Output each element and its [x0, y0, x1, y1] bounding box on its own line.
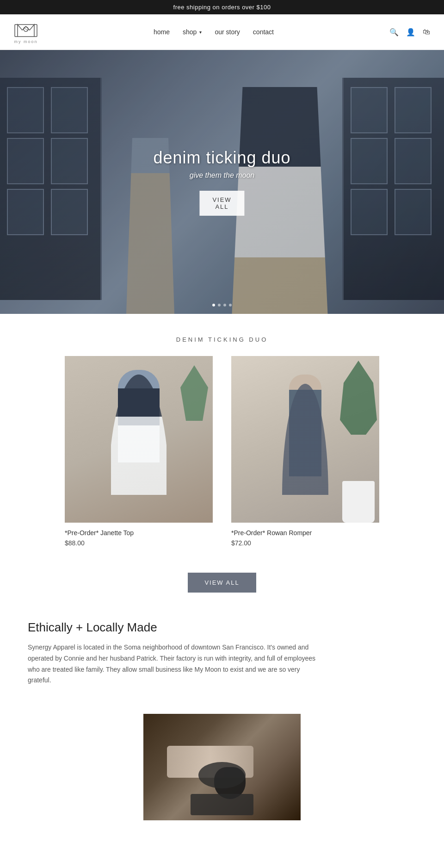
hero-title: denim ticking duo	[153, 148, 290, 168]
view-all-container: VIEW ALL	[0, 569, 444, 620]
nav-home[interactable]: home	[154, 28, 170, 36]
product-price-1: $88.00	[65, 539, 213, 547]
cart-icon[interactable]: 🛍	[423, 28, 430, 36]
product-name-2: *Pre-Order* Rowan Romper	[231, 529, 379, 537]
hero-section: denim ticking duo give them the moon VIE…	[0, 50, 444, 314]
product-name-1: *Pre-Order* Janette Top	[65, 529, 213, 537]
products-grid: *Pre-Order* Janette Top $88.00 *Pre-Orde…	[0, 356, 444, 569]
nav-shop[interactable]: shop ▾	[183, 28, 202, 36]
hero-dots	[212, 304, 232, 306]
figure-2	[289, 375, 321, 476]
header-icons: 🔍 👤 🛍	[389, 28, 430, 37]
announcement-text: free shipping on orders over $100	[173, 4, 271, 11]
factory-image	[143, 714, 301, 820]
hands-shape	[167, 746, 253, 778]
pot-decor	[342, 481, 375, 523]
hero-content: denim ticking duo give them the moon VIE…	[153, 148, 290, 216]
dot-4[interactable]	[229, 304, 232, 306]
product-image-2	[231, 356, 379, 523]
hero-cta-button[interactable]: VIEW ALL	[199, 191, 244, 216]
site-header: my moon home shop ▾ our story contact 🔍 …	[0, 14, 444, 50]
product-price-2: $72.00	[231, 539, 379, 547]
nav-our-story[interactable]: our story	[215, 28, 240, 36]
ethics-section: Ethically + Locally Made Synergy Apparel…	[0, 620, 444, 705]
featured-section-title: DENIM TICKING DUO	[0, 314, 444, 356]
nav-contact[interactable]: contact	[253, 28, 274, 36]
chevron-down-icon: ▾	[199, 30, 202, 35]
search-icon[interactable]: 🔍	[389, 28, 399, 37]
main-nav: home shop ▾ our story contact	[154, 28, 274, 36]
ethics-body: Synergy Apparel is located in the Soma n…	[28, 642, 324, 686]
hero-subtitle: give them the moon	[153, 171, 290, 180]
machine-base	[191, 794, 253, 815]
product-card-1[interactable]: *Pre-Order* Janette Top $88.00	[65, 356, 213, 547]
product-image-1	[65, 356, 213, 523]
product-card-2[interactable]: *Pre-Order* Rowan Romper $72.00	[231, 356, 379, 547]
figure-1	[118, 370, 160, 462]
logo[interactable]: my moon	[14, 20, 38, 44]
account-icon[interactable]: 👤	[406, 28, 415, 37]
dot-2[interactable]	[218, 304, 221, 306]
logo-text: my moon	[14, 39, 37, 44]
announcement-bar: free shipping on orders over $100	[0, 0, 444, 14]
view-all-button[interactable]: VIEW ALL	[188, 573, 256, 593]
dot-3[interactable]	[223, 304, 226, 306]
ethics-title: Ethically + Locally Made	[28, 620, 416, 635]
dot-1[interactable]	[212, 304, 215, 306]
logo-icon	[14, 20, 38, 38]
